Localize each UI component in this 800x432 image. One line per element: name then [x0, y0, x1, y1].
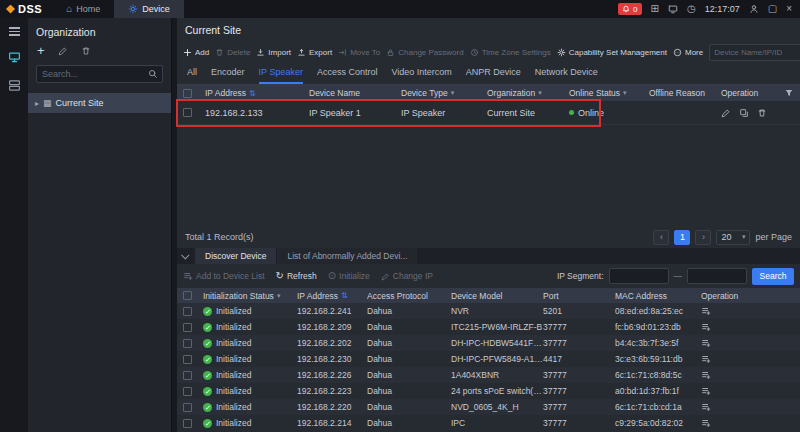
col-initialization-status[interactable]: Initialization Status: [203, 291, 274, 301]
tab-ip-speaker[interactable]: IP Speaker: [259, 67, 303, 84]
mac-address: c9:29:5a:0d:82:02: [615, 418, 701, 428]
discovered-device-row[interactable]: ✓ Initialized 192.168.2.202 Dahua DH-IPC…: [177, 335, 800, 351]
page-size-select[interactable]: 20 ▾: [716, 230, 750, 245]
alarm-badge[interactable]: 0: [618, 3, 641, 15]
discovered-device-row[interactable]: ✓ Initialized 192.168.2.214 Dahua IPC 37…: [177, 415, 800, 431]
tree-item-current-site[interactable]: ▸ ▦ Current Site: [28, 93, 171, 113]
copy-icon[interactable]: [739, 108, 749, 118]
delete-icon[interactable]: [757, 108, 767, 118]
tab-discover-device[interactable]: Discover Device: [195, 248, 276, 264]
prev-page-button[interactable]: ‹: [653, 230, 669, 245]
delete-button[interactable]: Delete: [215, 48, 250, 57]
tab-access-control[interactable]: Access Control: [317, 67, 378, 84]
tab-encoder[interactable]: Encoder: [211, 67, 245, 84]
close-icon[interactable]: ×: [786, 4, 792, 14]
import-button[interactable]: Import: [256, 48, 291, 57]
user-icon[interactable]: [749, 4, 759, 14]
add-to-device-list-icon[interactable]: [701, 354, 711, 364]
discovered-device-row[interactable]: ✓ Initialized 192.168.2.226 Dahua 1A404X…: [177, 367, 800, 383]
add-to-device-list-icon[interactable]: [701, 306, 711, 316]
col-organization[interactable]: Organization: [487, 88, 535, 98]
row-checkbox[interactable]: [183, 371, 192, 380]
tab-all[interactable]: All: [187, 67, 197, 84]
page-1-button[interactable]: 1: [674, 230, 690, 245]
capability-set-management-button[interactable]: Capability Set Management: [557, 48, 667, 57]
server-list-icon[interactable]: [8, 79, 21, 92]
collapse-panel-icon[interactable]: [177, 248, 195, 264]
col-ip-address[interactable]: IP Address: [205, 88, 246, 98]
discovered-device-row[interactable]: ✓ Initialized 192.168.2.220 Dahua NVD_06…: [177, 399, 800, 415]
add-to-device-list-button[interactable]: Add to Device List: [183, 271, 265, 281]
move-to-button[interactable]: Move To: [338, 48, 380, 57]
add-to-device-list-icon[interactable]: [701, 322, 711, 332]
tab-abnormally-added[interactable]: List of Abnormally Added Devi...: [277, 248, 417, 264]
col-device-type[interactable]: Device Type: [401, 88, 448, 98]
tab-network-device[interactable]: Network Device: [535, 67, 598, 84]
discovered-device-row[interactable]: ✓ Initialized 192.168.2.230 Dahua DH-IPC…: [177, 351, 800, 367]
add-to-device-list-icon[interactable]: [701, 418, 711, 428]
discovered-device-row[interactable]: ✓ Initialized 192.168.2.241 Dahua NVR 52…: [177, 303, 800, 319]
search-icon[interactable]: [148, 69, 158, 79]
add-to-device-list-icon[interactable]: [701, 386, 711, 396]
device-model: NVD_0605_4K_H: [451, 402, 543, 412]
discovered-device-row[interactable]: ✓ Initialized 192.168.2.223 Dahua 24 por…: [177, 383, 800, 399]
col-ip-address[interactable]: IP Address: [297, 291, 338, 301]
add-button[interactable]: Add: [183, 48, 209, 57]
tab-device[interactable]: Device: [114, 0, 184, 18]
row-checkbox[interactable]: [183, 108, 192, 117]
initialize-button[interactable]: ⊙ Initialize: [328, 271, 370, 281]
more-button[interactable]: More: [673, 48, 703, 57]
filter-caret-icon[interactable]: ▾: [451, 89, 455, 97]
fullscreen-icon[interactable]: ▢: [768, 4, 777, 14]
monitor-icon[interactable]: [668, 4, 678, 14]
discovered-device-row[interactable]: ✓ Initialized 192.168.2.209 Dahua ITC215…: [177, 319, 800, 335]
add-to-device-list-icon[interactable]: [701, 370, 711, 380]
col-online-status[interactable]: Online Status: [569, 88, 620, 98]
change-ip-button[interactable]: Change IP: [381, 271, 433, 281]
search-button[interactable]: Search: [752, 268, 794, 285]
row-checkbox[interactable]: [183, 355, 192, 364]
sort-icon[interactable]: ⇅: [249, 89, 256, 98]
filter-caret-icon[interactable]: ▾: [277, 292, 281, 300]
tab-anpr-device[interactable]: ANPR Device: [466, 67, 521, 84]
filter-funnel-icon[interactable]: [784, 88, 794, 98]
menu-icon[interactable]: [9, 27, 20, 36]
export-button[interactable]: Export: [297, 48, 332, 57]
device-manager-icon[interactable]: [8, 51, 21, 64]
mac-address: fc:b6:9d:01:23:db: [615, 322, 701, 332]
device-search-input[interactable]: [710, 48, 799, 57]
ip-segment-start-input[interactable]: [609, 268, 669, 284]
row-checkbox[interactable]: [183, 339, 192, 348]
select-all-checkbox[interactable]: [183, 291, 192, 300]
row-checkbox[interactable]: [183, 323, 192, 332]
organization-search-input[interactable]: [37, 69, 148, 79]
filter-caret-icon[interactable]: ▾: [623, 89, 627, 97]
device-port: 37777: [543, 418, 615, 428]
initialized-check-icon: ✓: [203, 355, 212, 364]
grid-icon[interactable]: ⊞: [651, 4, 659, 14]
device-table-row[interactable]: 192.168.2.133 IP Speaker 1 IP Speaker Cu…: [177, 101, 800, 125]
row-checkbox[interactable]: [183, 387, 192, 396]
ip-segment-end-input[interactable]: [687, 268, 747, 284]
change-password-button[interactable]: Change Password: [386, 48, 463, 57]
tree-expand-icon[interactable]: ▸: [35, 99, 39, 108]
row-checkbox[interactable]: [183, 403, 192, 412]
tab-home[interactable]: ⌂ Home: [52, 0, 114, 18]
time-zone-settings-button[interactable]: Time Zone Settings: [470, 48, 551, 57]
refresh-button[interactable]: ↻ Refresh: [276, 271, 317, 281]
next-page-button[interactable]: ›: [695, 230, 711, 245]
row-checkbox[interactable]: [183, 419, 192, 428]
select-all-checkbox[interactable]: [183, 89, 192, 98]
edit-icon[interactable]: [721, 108, 731, 118]
row-checkbox[interactable]: [183, 307, 192, 316]
edit-organization-icon[interactable]: [58, 46, 68, 56]
add-to-device-list-icon[interactable]: [701, 338, 711, 348]
tab-video-intercom[interactable]: Video Intercom: [391, 67, 451, 84]
device-ip: 192.168.2.223: [297, 386, 367, 396]
sort-icon[interactable]: ⇅: [341, 291, 348, 300]
device-icon: [128, 4, 138, 14]
add-organization-icon[interactable]: +: [37, 46, 45, 56]
add-to-device-list-icon[interactable]: [701, 402, 711, 412]
delete-organization-icon[interactable]: [81, 46, 91, 56]
filter-caret-icon[interactable]: ▾: [538, 89, 542, 97]
